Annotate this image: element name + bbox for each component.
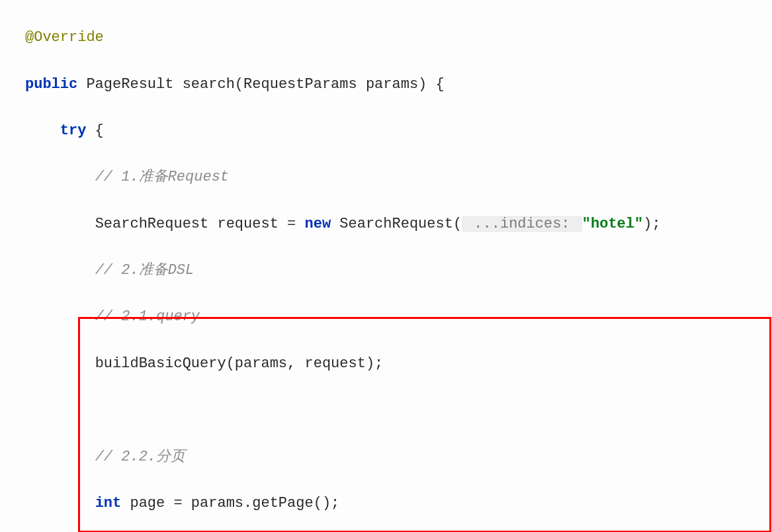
comment: // 2.准备DSL [95,262,194,279]
code-line: buildBasicQuery(params, request); [25,352,772,375]
keyword-try: try [60,122,87,139]
comment: // 1.准备Request [95,169,229,185]
code-text: SearchRequest( [331,216,462,232]
string-literal: "hotel" [582,216,643,232]
comment: // 2.1.query [95,308,200,325]
code-text: buildBasicQuery(params, request); [95,355,384,372]
code-line: // 2.准备DSL [25,259,772,282]
return-type: PageResult [86,76,173,93]
code-line: public PageResult search(RequestParams p… [25,73,772,96]
code-text: page = params.getPage(); [121,495,339,511]
code-line: @Override [25,26,772,49]
method-signature: search(RequestParams params) { [183,76,445,93]
code-block: @Override public PageResult search(Reque… [0,0,772,532]
code-text: SearchRequest request = [95,216,305,232]
code-line [25,398,772,421]
code-line: // 2.2.分页 [25,445,772,468]
keyword-new: new [304,216,331,232]
brace: { [86,122,103,139]
param-hint: ...indices: [462,216,582,232]
keyword-public: public [25,76,77,93]
code-line: try { [25,119,772,142]
code-line: SearchRequest request = new SearchReques… [25,212,772,236]
code-line: // 1.准备Request [25,165,772,189]
comment: // 2.2.分页 [95,449,185,465]
annotation: @Override [25,29,104,46]
code-line: int page = params.getPage(); [25,492,772,515]
keyword-int: int [95,495,122,511]
code-text: ); [643,216,660,232]
code-line: // 2.1.query [25,305,772,328]
